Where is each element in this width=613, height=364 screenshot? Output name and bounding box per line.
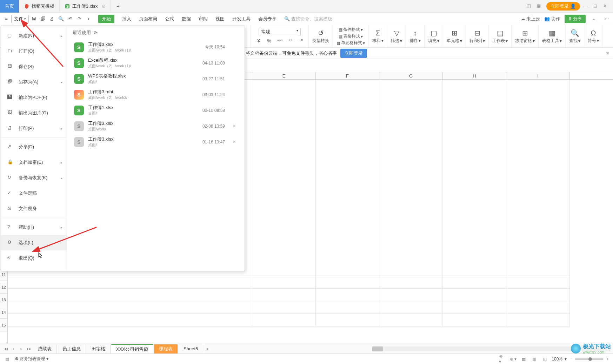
ribbon-tab-view[interactable]: 视图 — [215, 16, 225, 22]
col-header[interactable]: F — [316, 72, 379, 79]
dec-dec-icon[interactable]: ⁻⁰ — [296, 37, 305, 45]
file-menu-image[interactable]: 🖼输出为图片(G) — [1, 105, 67, 121]
sum-icon[interactable]: Σ — [376, 29, 380, 37]
row-header[interactable]: 12 — [0, 281, 7, 294]
recent-file-item[interactable]: S 工作簿3.xlsx 桌面/ 01-16 13:47 ✕ — [73, 134, 239, 150]
collapse-ribbon-icon[interactable]: ︿ — [590, 15, 598, 23]
redo-icon[interactable]: ↷ — [75, 15, 84, 23]
file-menu-help[interactable]: ?帮助(H)▸ — [1, 220, 67, 235]
sheet-tab[interactable]: 课程表 — [154, 344, 178, 353]
currency-icon[interactable]: ¥ — [254, 37, 263, 45]
remove-recent-icon[interactable]: ✕ — [232, 123, 236, 129]
sheet-tab[interactable]: Sheet5 — [179, 345, 203, 353]
ribbon-tab-layout[interactable]: 页面布局 — [139, 16, 157, 22]
row-header[interactable]: 13 — [0, 294, 7, 306]
view-normal-icon[interactable]: ▦ — [520, 356, 527, 363]
freeze-icon[interactable]: ⊞ — [522, 29, 528, 37]
locate-icon[interactable]: ⊕ ▾ — [509, 356, 517, 363]
cloud-status[interactable]: ☁ 未上云 — [521, 16, 540, 22]
tab-templates[interactable]: 找稻壳模板 — [19, 0, 60, 13]
fill-icon[interactable]: ▢ — [431, 29, 437, 37]
file-menu-share[interactable]: ↗分享(D) — [1, 139, 67, 155]
col-header[interactable]: G — [379, 72, 443, 79]
file-menu-open[interactable]: 🗀打开(O) — [1, 43, 67, 59]
row-header[interactable]: 14 — [0, 306, 7, 319]
file-menu-backup[interactable]: ↻备份与恢复(K)▸ — [1, 170, 67, 186]
sheet-tab[interactable]: 成绩表 — [33, 344, 57, 353]
sheet-next-icon[interactable]: › — [18, 345, 25, 352]
file-menu-pdf[interactable]: 🅿输出为PDF(F) — [1, 90, 67, 105]
zoom-in-icon[interactable]: ＋ — [605, 356, 609, 362]
recent-file-item[interactable]: S 工作簿3.xlsx 桌面/work/ 02-08 13:59 ✕ — [73, 118, 239, 134]
rowcol-icon[interactable]: ⊟ — [474, 29, 480, 37]
find-icon[interactable]: 🔍 — [571, 29, 579, 37]
minimize-button[interactable]: — — [584, 3, 590, 9]
file-button[interactable]: 文件▾ — [11, 15, 29, 23]
cell-style-button[interactable]: ▦ 单元格样式 ▾ — [337, 40, 365, 46]
sheet-tab[interactable]: 员工信息 — [58, 344, 86, 353]
ribbon-tab-review[interactable]: 审阅 — [199, 16, 208, 22]
sort-icon[interactable]: ↕ — [413, 29, 417, 37]
recent-file-item[interactable]: S 工作簿3.mht 桌面/work（2）/work3/ 03-03 11:24 — [73, 87, 239, 102]
tab-document[interactable]: S 工作簿3.xlsx ⊙ — [60, 0, 111, 13]
file-menu-new[interactable]: ▢新建(N)▸ — [1, 28, 67, 43]
symbol-icon[interactable]: Ω — [591, 29, 596, 37]
zoom-out-icon[interactable]: － — [569, 356, 573, 362]
type-convert-icon[interactable]: ↺ — [318, 29, 324, 37]
view-break-icon[interactable]: ◫ — [541, 356, 548, 363]
file-menu-options[interactable]: ⚙选项(L) — [1, 235, 67, 250]
remove-recent-icon[interactable]: ✕ — [232, 139, 236, 144]
file-menu-saveas[interactable]: 🗐另存为(A)▸ — [1, 74, 67, 90]
file-menu-slim[interactable]: ⇲文件瘦身 — [1, 201, 67, 216]
recent-file-item[interactable]: S WPS表格教程.xlsx 桌面/ 03-27 11:51 — [73, 71, 239, 87]
save-as-icon[interactable]: 🗐 — [39, 15, 47, 23]
add-sheet-icon[interactable]: ＋ — [204, 345, 211, 352]
command-search[interactable]: 🔍 查找命令、搜索模板 — [284, 16, 332, 22]
tab-close-icon[interactable]: ⊙ — [102, 4, 106, 9]
dropdown-icon[interactable]: ▾ — [84, 15, 93, 23]
tab-home[interactable]: 首页 — [0, 0, 19, 13]
login-pill[interactable]: 立即登录👤 — [546, 2, 580, 11]
share-button[interactable]: ⬆ 分享 — [565, 15, 586, 23]
collab-button[interactable]: 👥 协作 — [544, 16, 560, 22]
preview-icon[interactable]: 🔍 — [57, 15, 65, 23]
recent-file-item[interactable]: S 工作簿1.xlsx 桌面/ 02-10 09:58 — [73, 102, 239, 118]
percent-icon[interactable]: % — [265, 37, 273, 45]
ribbon-tab-formula[interactable]: 公式 — [165, 16, 174, 22]
undo-icon[interactable]: ↶ — [66, 15, 74, 23]
view-page-icon[interactable]: ▥ — [531, 356, 538, 363]
more-icon[interactable]: ⋯ — [602, 15, 611, 23]
file-menu-finalize[interactable]: ✓文件定稿 — [1, 186, 67, 201]
refresh-icon[interactable]: ⟳ — [94, 30, 98, 35]
sheet-first-icon[interactable]: ⏮ — [2, 345, 9, 352]
table-style-button[interactable]: ▦ 表格样式 ▾ — [339, 33, 363, 39]
ribbon-tab-start[interactable]: 开始 — [98, 15, 114, 23]
worksheet-icon[interactable]: ▤ — [497, 29, 504, 37]
file-menu-save[interactable]: 🖫保存(S) — [1, 59, 67, 74]
eye-icon[interactable]: 👁 ▾ — [499, 356, 506, 363]
status-manager[interactable]: ⚙ 财务报表管理 ▾ — [15, 356, 48, 362]
file-menu-encrypt[interactable]: 🔒文档加密(E)▸ — [1, 155, 67, 170]
recent-file-item[interactable]: S 工作簿3.xlsx 桌面/work（2）/work (1)/ 今天 10:5… — [73, 39, 239, 55]
grid-apps-icon[interactable]: ▦ — [537, 3, 543, 9]
ribbon-tab-dev[interactable]: 开发工具 — [232, 16, 251, 22]
cell-icon[interactable]: ⊞ — [452, 29, 458, 37]
ribbon-tab-data[interactable]: 数据 — [182, 16, 191, 22]
panel-icon[interactable]: ◫ — [527, 3, 533, 9]
save-icon[interactable]: 🖫 — [29, 15, 38, 23]
dec-inc-icon[interactable]: ⁺⁰ — [286, 37, 294, 45]
file-menu-exit[interactable]: ⎋退出(Q) — [1, 250, 67, 266]
menu-icon[interactable]: ≡ — [2, 15, 11, 23]
zoom-control[interactable]: 100%▾ － ＋ — [552, 356, 609, 362]
ribbon-tab-insert[interactable]: 插入 — [122, 16, 131, 22]
thousands-icon[interactable]: ᵒᵒᵒ — [275, 37, 284, 45]
print-icon[interactable]: 🖨 — [48, 15, 56, 23]
file-menu-print[interactable]: 🖨打印(P)▸ — [1, 121, 67, 136]
banner-login-button[interactable]: 立即登录 — [340, 49, 367, 58]
col-header[interactable]: E — [252, 72, 316, 79]
filter-icon[interactable]: ▽ — [394, 29, 399, 37]
col-header[interactable]: H — [443, 72, 506, 79]
banner-close-icon[interactable]: ✕ — [606, 50, 609, 56]
sheet-last-icon[interactable]: ⏭ — [25, 345, 32, 352]
recent-file-item[interactable]: S Excel教程.xlsx 桌面/work（2）/work (1)/ 04-1… — [73, 55, 239, 71]
